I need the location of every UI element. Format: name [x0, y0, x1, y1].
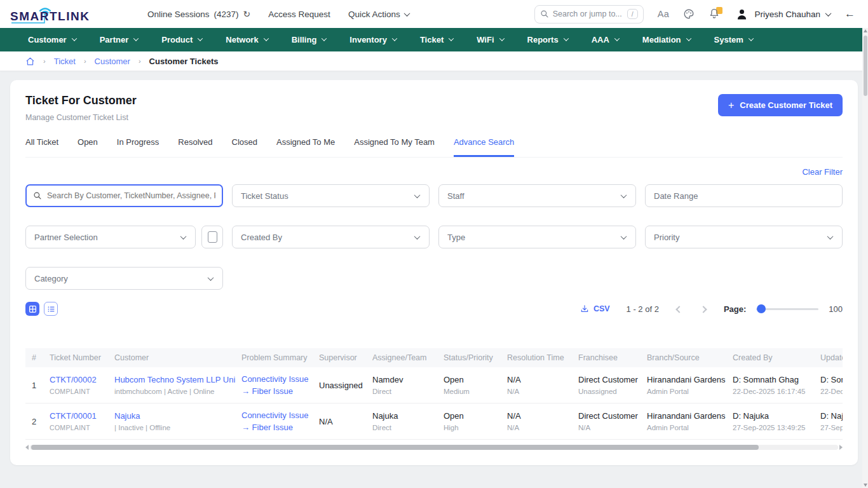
updated-at-value: 22-Dec-2025 16:17:45 [820, 388, 843, 395]
search-icon [540, 10, 549, 18]
access-request-link[interactable]: Access Request [268, 10, 330, 19]
user-name: Priyesh Chauhan [754, 10, 820, 19]
vertical-scrollbar-thumb[interactable] [864, 36, 867, 96]
tab-in-progress[interactable]: In Progress [117, 137, 159, 157]
source-value: Admin Portal [647, 388, 720, 395]
assignee-value: Namdev [372, 375, 431, 384]
partner-selection-select[interactable]: Partner Selection [25, 226, 196, 248]
search-shortcut-key: / [627, 9, 638, 19]
tab-closed[interactable]: Closed [232, 137, 257, 157]
page-title: Ticket For Customer [25, 94, 137, 107]
ticket-search-field[interactable] [25, 184, 223, 207]
tab-open[interactable]: Open [78, 137, 98, 157]
problem-summary-link[interactable]: Connectivity Issue [241, 374, 306, 384]
nav-item-network[interactable]: Network [226, 35, 268, 44]
top-bar: SMARTLINK Online Sessions (4237) ↻ Acces… [0, 0, 868, 28]
nav-item-ticket[interactable]: Ticket [420, 35, 453, 44]
breadcrumb-ticket[interactable]: Ticket [54, 57, 76, 66]
notifications-button[interactable] [709, 8, 721, 20]
ticket-card: Ticket For Customer Manage Customer Tick… [10, 80, 858, 465]
theme-palette-icon[interactable] [683, 8, 695, 20]
horizontal-scrollbar[interactable] [25, 444, 843, 451]
breadcrumb: › Ticket › Customer › Customer Tickets [0, 51, 868, 71]
tab-assigned-to-my-team[interactable]: Assigned To My Team [354, 137, 435, 157]
pagination-range: 1 - 2 of 2 [627, 304, 659, 314]
scroll-up-arrow-icon[interactable] [864, 29, 867, 32]
priority-select[interactable]: Priority [645, 226, 843, 248]
created-by-select[interactable]: Created By [232, 226, 430, 248]
nav-item-partner[interactable]: Partner [100, 35, 139, 44]
create-customer-ticket-button[interactable]: + Create Customer Ticket [718, 94, 843, 116]
back-arrow-icon[interactable]: ← [844, 8, 855, 20]
refresh-icon[interactable]: ↻ [243, 9, 251, 19]
chevron-down-icon [563, 36, 568, 41]
chevron-down-icon [392, 36, 397, 41]
chevron-down-icon [208, 274, 214, 281]
next-page-button[interactable] [700, 304, 707, 314]
search-icon [33, 191, 42, 200]
table-row[interactable]: 1 CTKT/00002 COMPLAINT Hubcom Techno Sys… [25, 367, 843, 403]
breadcrumb-separator: › [43, 57, 46, 65]
previous-page-button[interactable] [675, 304, 683, 314]
online-sessions[interactable]: Online Sessions (4237) ↻ [147, 9, 250, 19]
category-select[interactable]: Category [25, 267, 223, 290]
page-content: Ticket For Customer Manage Customer Tick… [0, 71, 868, 474]
chevron-down-icon [403, 10, 410, 17]
scroll-down-arrow-icon[interactable] [864, 484, 867, 487]
grid-view-button[interactable] [25, 302, 39, 316]
partner-checkbox[interactable] [201, 226, 223, 248]
slider-handle[interactable] [757, 304, 766, 313]
branch-value: Hiranandani Gardens [647, 375, 720, 384]
nav-item-wifi[interactable]: WiFi [477, 35, 503, 44]
created-by-value: D: Somnath Ghag [733, 375, 808, 384]
tab-assigned-to-me[interactable]: Assigned To Me [276, 137, 335, 157]
nav-item-system[interactable]: System [714, 35, 753, 44]
nav-item-mediation[interactable]: Mediation [642, 35, 691, 44]
scroll-right-arrow-icon[interactable] [839, 445, 843, 450]
problem-sub-issue[interactable]: → Fiber Issue [241, 423, 306, 432]
tab-all-ticket[interactable]: All Ticket [25, 137, 58, 157]
csv-export-button[interactable]: CSV [580, 304, 610, 313]
home-icon[interactable] [25, 57, 35, 66]
horizontal-scrollbar-thumb[interactable] [31, 445, 759, 450]
smartlink-logo[interactable]: SMARTLINK [9, 3, 125, 25]
text-size-icon[interactable]: Aa [658, 9, 670, 19]
table-row[interactable]: 2 CTKT/00001 COMPLAINT Najuka | Inactive… [25, 403, 843, 440]
page-size-slider[interactable] [756, 308, 818, 310]
problem-summary-link[interactable]: Connectivity Issue [241, 410, 306, 420]
ticket-number-link[interactable]: CTKT/00001 [50, 411, 102, 421]
grid-icon [29, 305, 37, 313]
updated-at-value: 27-Sep-2025 13:49:25 [820, 424, 843, 431]
scroll-left-arrow-icon[interactable] [25, 445, 29, 450]
source-value: Admin Portal [647, 424, 720, 431]
problem-sub-issue[interactable]: → Fiber Issue [241, 386, 306, 396]
type-select[interactable]: Type [438, 226, 636, 248]
nav-item-customer[interactable]: Customer [28, 35, 76, 44]
nav-item-product[interactable]: Product [161, 35, 202, 44]
breadcrumb-customer[interactable]: Customer [95, 57, 130, 66]
col-ticket-number: Ticket Number [43, 348, 108, 367]
team-value: Direct [372, 424, 431, 431]
ticket-status-select[interactable]: Ticket Status [232, 184, 430, 207]
nav-item-inventory[interactable]: Inventory [349, 35, 397, 44]
global-search-input[interactable]: Search or jump to... / [534, 5, 644, 24]
vertical-scrollbar[interactable] [862, 28, 868, 488]
nav-item-billing[interactable]: Billing [292, 35, 327, 44]
breadcrumb-separator: › [139, 57, 141, 65]
nav-item-reports[interactable]: Reports [527, 35, 568, 44]
ticket-type: COMPLAINT [50, 424, 102, 431]
ticket-number-link[interactable]: CTKT/00002 [50, 375, 102, 384]
date-range-field[interactable]: Date Range [645, 184, 843, 207]
ticket-search-input[interactable] [47, 191, 215, 200]
tab-resolved[interactable]: Resolved [178, 137, 212, 157]
nav-item-aaa[interactable]: AAA [592, 35, 619, 44]
staff-select[interactable]: Staff [438, 184, 636, 207]
quick-actions-menu[interactable]: Quick Actions [348, 10, 409, 19]
customer-link[interactable]: Najuka [114, 411, 229, 421]
tab-advance-search[interactable]: Advance Search [454, 137, 514, 157]
list-view-button[interactable] [44, 302, 58, 316]
col-assignee-team: Assignee/Team [366, 348, 437, 367]
customer-link[interactable]: Hubcom Techno System LLP Unit [114, 375, 229, 384]
clear-filter-link[interactable]: Clear Filter [802, 167, 843, 177]
user-menu[interactable]: Priyesh Chauhan [735, 8, 831, 21]
